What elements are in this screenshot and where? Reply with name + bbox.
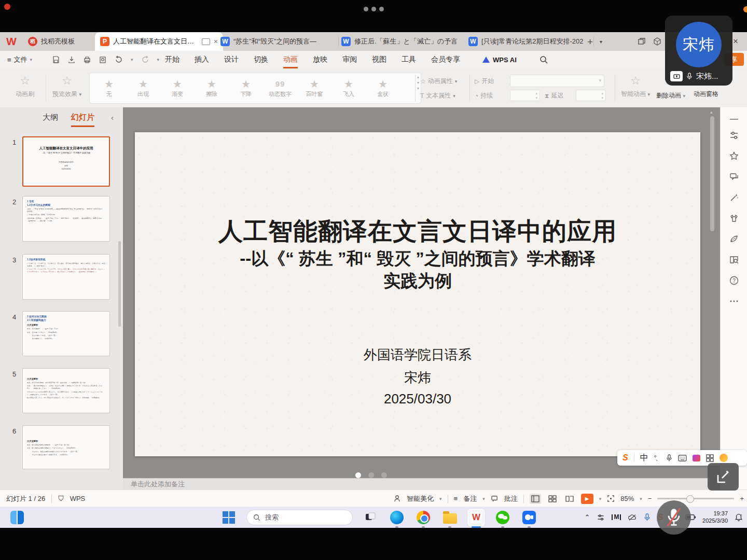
notification-bell-icon[interactable]: z xyxy=(735,513,743,522)
file-explorer-icon[interactable] xyxy=(441,509,459,526)
skin-icon[interactable]: ⛉ xyxy=(58,494,64,503)
menu-tab-2[interactable]: 设计 xyxy=(224,55,239,64)
redo-icon[interactable] xyxy=(141,55,150,64)
print-preview-icon[interactable] xyxy=(99,55,107,64)
annotation-pen-button[interactable] xyxy=(708,463,739,491)
slide-thumbnail-1[interactable]: 人工智能翻译在文言文日译中的应用--以《“苏生”和“毁灭”之间的预言》学术翻译 … xyxy=(22,136,110,187)
workspace-box-icon[interactable] xyxy=(653,37,662,46)
search-icon[interactable] xyxy=(540,55,548,64)
document-tab-4[interactable]: W[只读]常青论坛第2期日程安排-202 xyxy=(463,32,594,51)
menu-tab-5[interactable]: 放映 xyxy=(313,55,327,64)
beautify-wand-icon[interactable] xyxy=(729,192,739,203)
zoom-in-button[interactable]: + xyxy=(740,495,744,502)
gallery-scroll-arrows[interactable]: ▴▾▾ xyxy=(417,75,419,91)
object-properties-icon[interactable] xyxy=(729,130,739,141)
redo-chevron-icon[interactable]: ▾ xyxy=(157,57,160,62)
menu-tab-3[interactable]: 切换 xyxy=(254,55,268,64)
vertical-scrollbar[interactable] xyxy=(710,116,714,231)
zoom-slider-thumb[interactable] xyxy=(686,495,694,503)
start-button[interactable] xyxy=(220,509,238,526)
text-property-dropdown[interactable]: T文本属性▾ xyxy=(420,91,455,100)
tray-im-icon[interactable]: M xyxy=(612,514,621,520)
ime-mode-chinese[interactable]: 中 xyxy=(640,453,648,464)
slide-sorter-view-button[interactable] xyxy=(547,494,558,504)
wps-logo[interactable]: W xyxy=(6,36,17,47)
restore-window-icon[interactable] xyxy=(637,37,646,46)
anim-effect-item[interactable]: ★百叶窗 xyxy=(297,73,331,103)
tab-outline[interactable]: 大纲 xyxy=(43,113,58,122)
save-icon[interactable] xyxy=(52,55,60,64)
zoom-out-button[interactable]: − xyxy=(648,495,652,502)
slide-thumbnail-6[interactable]: (1)文意解析原文：取以默性为燃料之因由也。（《孟子·万章》第一章）译文：取り黙… xyxy=(22,425,110,469)
undo-chevron-icon[interactable]: ▾ xyxy=(131,57,133,62)
ime-punctuation-icon[interactable]: °、 xyxy=(654,454,661,463)
wps-label[interactable]: WPS xyxy=(70,495,86,502)
tray-expand-chevron[interactable]: ⌃ xyxy=(584,513,590,521)
zoom-slider[interactable] xyxy=(657,498,734,499)
tray-cloud-icon[interactable] xyxy=(628,514,637,521)
anim-effect-item[interactable]: ★飞入 xyxy=(331,73,366,103)
anim-effect-item[interactable]: ★盒状 xyxy=(366,73,400,103)
anim-effect-item[interactable]: 99动态数字 xyxy=(263,73,297,103)
document-tab-0[interactable]: 稻找稻壳模板 xyxy=(23,32,103,51)
wechat-icon[interactable] xyxy=(494,509,511,526)
notes-button[interactable]: 备注 xyxy=(463,494,477,503)
ime-emoji-icon[interactable] xyxy=(720,454,728,462)
tab-slides[interactable]: 幻灯片 xyxy=(71,113,94,122)
play-options-chevron[interactable]: ▾ xyxy=(599,496,602,501)
eco-leaf-icon[interactable] xyxy=(729,234,739,244)
anim-effect-item[interactable]: ★出现 xyxy=(126,73,160,103)
meeting-video-overlay[interactable]: 宋炜 宋炜... xyxy=(665,16,732,86)
skin-shirt-icon[interactable] xyxy=(729,213,739,223)
document-tab-2[interactable]: W“苏生”和“毁灭”之间的预言— xyxy=(215,32,339,51)
fit-screen-icon[interactable] xyxy=(607,495,615,502)
comment-button[interactable]: 批注 xyxy=(504,494,518,503)
tray-sliders-icon[interactable] xyxy=(597,513,605,522)
slide-canvas[interactable]: 人工智能翻译在文言文日译中的应用 --以《“ 苏生 ”和“ 毁灭 ”之间的预言》… xyxy=(135,132,700,456)
menu-tab-1[interactable]: 插入 xyxy=(195,55,209,64)
start-dropdown[interactable]: ▾ xyxy=(510,75,604,87)
tray-mic-icon[interactable] xyxy=(644,513,651,522)
comment-icon[interactable] xyxy=(729,172,739,182)
scroll-up-icon[interactable]: ▴ xyxy=(710,109,713,115)
zoom-level[interactable]: 85% xyxy=(620,495,634,502)
anim-effect-item[interactable]: ★擦除 xyxy=(195,73,229,103)
menu-tab-7[interactable]: 视图 xyxy=(372,55,386,64)
help-icon[interactable]: ? xyxy=(729,275,739,286)
document-tab-3[interactable]: W修正后.「蘇生」と「滅亡」の予言 xyxy=(336,32,471,51)
edge-icon[interactable] xyxy=(388,509,406,526)
animation-painter-button[interactable]: ☆ 动画刷 xyxy=(9,74,40,99)
taskbar-search[interactable]: 搜索 xyxy=(246,510,353,525)
window-close-button[interactable]: × xyxy=(733,36,738,47)
mic-muted-float-button[interactable] xyxy=(657,500,691,535)
beautify-button[interactable]: 智能美化 xyxy=(407,494,434,503)
anim-effect-item[interactable]: ★无 xyxy=(92,73,126,103)
meeting-toolbar-dots-icon[interactable] xyxy=(0,4,747,13)
smart-animation-button[interactable]: ☆ 智能动画 ▾ xyxy=(619,74,652,99)
menu-tab-0[interactable]: 开始 xyxy=(165,55,179,64)
ime-skin-icon[interactable] xyxy=(693,455,700,461)
collapse-panel-icon[interactable]: ‹ xyxy=(111,113,114,122)
screen-share-icon[interactable] xyxy=(670,71,683,81)
animation-property-dropdown[interactable]: ☆动画属性▾ xyxy=(420,77,457,86)
ime-keyboard-icon[interactable] xyxy=(678,455,687,461)
ime-toolbox-icon[interactable] xyxy=(706,454,714,462)
duration-spinner[interactable]: ▴▾ xyxy=(510,90,540,101)
reading-view-button[interactable] xyxy=(564,494,575,504)
taskbar-clock[interactable]: 19:372025/3/30 xyxy=(702,510,728,525)
normal-view-button[interactable] xyxy=(530,494,541,504)
panel-handle[interactable] xyxy=(730,119,738,120)
menu-tab-8[interactable]: 工具 xyxy=(402,55,416,64)
anim-effect-item[interactable]: ★渐变 xyxy=(160,73,195,103)
more-icon[interactable] xyxy=(729,296,739,306)
slide-thumbnail-2[interactable]: 1 导言1.1学术与文化的断裂▪原文：《“苏生”和“毁灭”之间的预言——鲁迅的精… xyxy=(22,196,110,242)
ime-mic-icon[interactable] xyxy=(666,454,672,462)
menu-tab-4[interactable]: 动画 xyxy=(283,55,298,64)
menu-tab-9[interactable]: 会员专享 xyxy=(431,55,460,64)
print-icon[interactable] xyxy=(83,55,91,64)
export-icon[interactable] xyxy=(67,55,76,64)
anim-effect-item[interactable]: ★下降 xyxy=(229,73,263,103)
chrome-icon[interactable] xyxy=(414,509,432,526)
document-tab-1[interactable]: P人工智能翻译在文言文日译中× xyxy=(95,32,223,51)
meeting-app-icon[interactable] xyxy=(520,509,538,526)
